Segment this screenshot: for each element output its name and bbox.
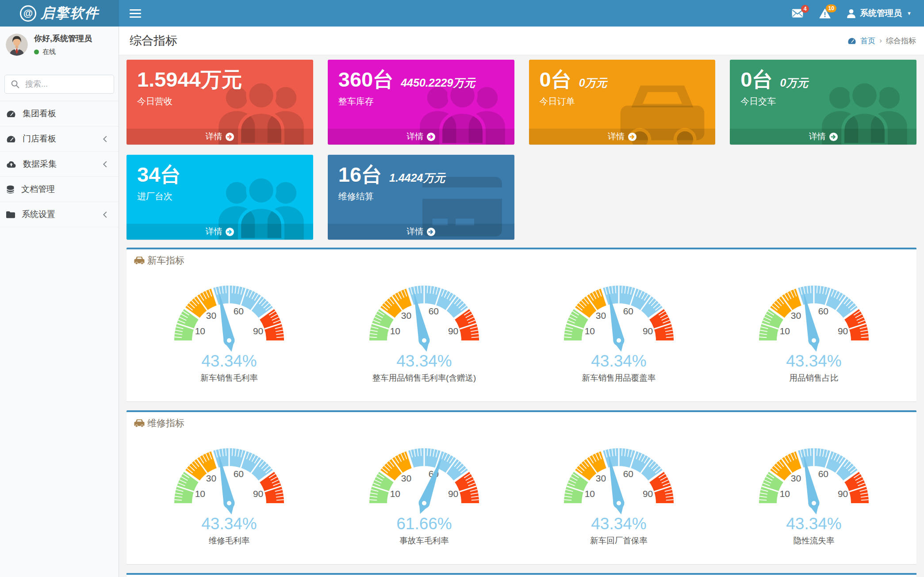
detail-link[interactable]: 详情 (328, 224, 514, 240)
breadcrumb-current: 综合指标 (886, 36, 916, 46)
svg-text:43.34%: 43.34% (591, 352, 647, 370)
gauge: 1030609043.34%整车用品销售毛利率(含赠送) (327, 274, 522, 385)
info-box-value: 360台 (338, 69, 394, 90)
svg-text:30: 30 (596, 310, 606, 321)
arrow-circle-right-icon (226, 228, 234, 236)
messages-button[interactable]: 4 (792, 9, 803, 18)
car-icon (134, 419, 145, 428)
sidebar-item-label: 文档管理 (21, 183, 55, 195)
arrow-circle-right-icon (628, 133, 636, 141)
svg-text:90: 90 (838, 326, 848, 336)
info-box-label: 今日营收 (137, 96, 303, 107)
sidebar-item-store-board[interactable]: 门店看板 (0, 126, 119, 152)
svg-text:10: 10 (390, 326, 400, 336)
sidebar-greeting: 你好,系统管理员 (34, 33, 92, 44)
cloud-upload-icon (6, 160, 16, 168)
detail-link[interactable]: 详情 (730, 129, 916, 145)
brand-logo[interactable]: @ 启擎软件 (0, 0, 119, 27)
sidebar-item-document-management[interactable]: 文档管理 (0, 177, 119, 202)
svg-text:30: 30 (206, 473, 216, 483)
info-box-today-orders: 0台 0万元 今日订单 详情 (529, 60, 716, 145)
svg-text:10: 10 (195, 326, 205, 336)
navbar: @ 启擎软件 4 10 (0, 0, 924, 27)
svg-text:60: 60 (818, 306, 828, 316)
arrow-circle-right-icon (427, 133, 435, 141)
svg-text:43.34%: 43.34% (202, 515, 257, 533)
sidebar-toggle-button[interactable] (119, 0, 152, 27)
svg-text:新车销售用品覆盖率: 新车销售用品覆盖率 (582, 373, 656, 382)
detail-link[interactable]: 详情 (127, 129, 313, 145)
svg-text:30: 30 (791, 310, 801, 321)
page-title: 综合指标 (130, 33, 177, 49)
svg-text:43.34%: 43.34% (202, 352, 257, 370)
sidebar-item-group-board[interactable]: 集团看板 (0, 101, 119, 126)
detail-link[interactable]: 详情 (529, 129, 716, 145)
gauge: 1030609043.34%新车销售毛利率 (132, 274, 327, 385)
svg-text:90: 90 (448, 489, 458, 499)
tachometer-icon (6, 110, 16, 118)
info-box-value: 1.5944万元 (137, 69, 242, 90)
info-box-subvalue: 4450.2229万元 (401, 76, 475, 90)
navbar-main: 4 10 系统管理员 ▼ (119, 0, 924, 27)
info-box-label: 进厂台次 (137, 191, 303, 203)
svg-text:90: 90 (253, 326, 263, 336)
svg-text:整车用品销售毛利率(含赠送): 整车用品销售毛利率(含赠送) (372, 373, 476, 382)
user-name: 系统管理员 (860, 8, 902, 19)
svg-text:90: 90 (838, 489, 848, 499)
caret-down-icon: ▼ (907, 11, 912, 16)
content-wrapper: 综合指标 首页 › 综合指标 1.5944万元 今日营收 (119, 27, 924, 577)
svg-text:90: 90 (253, 489, 263, 499)
svg-text:60: 60 (234, 306, 244, 316)
info-box-today-revenue: 1.5944万元 今日营收 详情 (127, 60, 313, 145)
svg-text:新车回厂首保率: 新车回厂首保率 (590, 536, 648, 545)
avatar (6, 34, 28, 56)
user-menu[interactable]: 系统管理员 ▼ (847, 8, 912, 19)
svg-text:10: 10 (390, 489, 400, 499)
svg-text:90: 90 (643, 326, 653, 336)
sidebar-item-data-collection[interactable]: 数据采集 (0, 152, 119, 177)
info-box-subvalue: 1.4424万元 (389, 171, 445, 185)
alerts-badge: 10 (826, 4, 836, 12)
svg-text:10: 10 (195, 489, 205, 499)
svg-text:用品销售占比: 用品销售占比 (789, 373, 838, 382)
breadcrumb-home-link[interactable]: 首页 (860, 36, 875, 46)
navbar-right: 4 10 系统管理员 ▼ (792, 8, 924, 19)
svg-text:10: 10 (585, 326, 595, 336)
info-box-value: 34台 (137, 164, 181, 185)
svg-text:43.34%: 43.34% (591, 515, 647, 533)
info-box-repair-settlement: 16台 1.4424万元 维修结算 详情 (328, 155, 514, 240)
svg-text:60: 60 (234, 469, 244, 479)
main-content: 1.5944万元 今日营收 详情 (119, 55, 924, 577)
svg-text:10: 10 (779, 326, 790, 336)
panel-new-car-indicators: 新车指标 1030609043.34%新车销售毛利率 1030609043.34… (127, 248, 916, 401)
gauge-row: 1030609043.34%新车销售毛利率 1030609043.34%整车用品… (127, 271, 916, 401)
panel-partial (127, 573, 916, 577)
svg-text:30: 30 (206, 310, 216, 321)
sidebar-item-label: 集团看板 (23, 108, 56, 119)
svg-text:60: 60 (623, 306, 633, 316)
info-box-value: 16台 (338, 164, 382, 185)
svg-text:60: 60 (818, 469, 828, 479)
info-box-vehicle-stock: 360台 4450.2229万元 整车库存 详情 (328, 60, 514, 145)
gauge: 1030609061.66%事故车毛利率 (327, 437, 522, 547)
search-input[interactable] (25, 80, 128, 89)
info-box-subvalue: 0万元 (579, 76, 607, 90)
gauge: 1030609043.34%用品销售占比 (717, 274, 912, 385)
alerts-button[interactable]: 10 (819, 8, 831, 19)
chevron-left-icon (103, 161, 107, 168)
info-box-workshop-entries: 34台 进厂台次 详情 (127, 155, 313, 240)
arrow-circle-right-icon (226, 133, 234, 141)
gauge: 1030609043.34%新车销售用品覆盖率 (521, 274, 717, 385)
svg-text:60: 60 (428, 306, 438, 316)
tachometer-icon (847, 37, 856, 45)
svg-text:事故车毛利率: 事故车毛利率 (399, 536, 449, 545)
gauge: 1030609043.34%维修毛利率 (132, 437, 327, 547)
panel-heading: 维修指标 (127, 412, 916, 434)
svg-text:维修毛利率: 维修毛利率 (209, 536, 250, 545)
brand-name: 启擎软件 (41, 4, 99, 23)
detail-link[interactable]: 详情 (127, 224, 313, 240)
sidebar-menu: 集团看板 门店看板 数据采集 (0, 101, 119, 227)
sidebar-item-system-settings[interactable]: 系统设置 (0, 202, 119, 227)
detail-link[interactable]: 详情 (328, 129, 514, 145)
messages-badge: 4 (801, 5, 809, 13)
